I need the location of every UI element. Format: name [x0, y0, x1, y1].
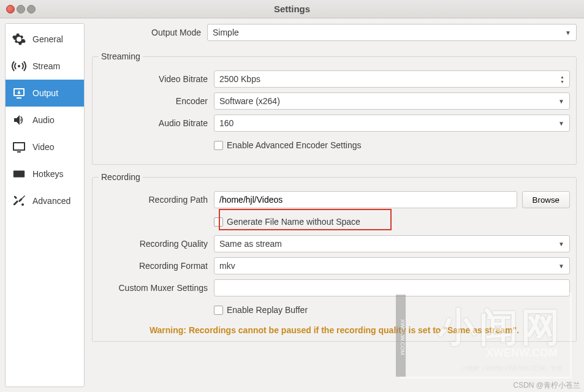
broadcast-icon [10, 59, 28, 74]
keyboard-icon [10, 167, 28, 181]
monitor-arrow-icon [10, 86, 28, 100]
monitor-icon [10, 140, 28, 154]
recording-format-label: Recording Format [99, 261, 214, 271]
csdn-watermark: CSDN @青柠小苍兰 [513, 380, 580, 391]
sidebar-item-video[interactable]: Video [6, 134, 84, 160]
chevron-down-icon: ▼ [558, 98, 564, 105]
streaming-group: Streaming Video Bitrate 2500 Kbps ▲▼ Enc… [92, 51, 577, 165]
muxer-input[interactable] [214, 279, 570, 296]
spinner-icon[interactable]: ▲▼ [560, 75, 564, 84]
recording-quality-label: Recording Quality [99, 239, 214, 249]
chevron-down-icon: ▼ [558, 263, 564, 270]
tools-icon [10, 194, 28, 208]
recording-legend: Recording [99, 172, 143, 182]
recording-group: Recording Recording Path Browse Generate… [92, 172, 577, 342]
chevron-down-icon: ▼ [558, 241, 564, 247]
titlebar: Settings [0, 0, 584, 18]
no-space-checkbox[interactable]: Generate File Name without Space [214, 217, 360, 227]
gear-icon [10, 32, 28, 47]
recording-path-input[interactable] [214, 191, 517, 208]
browse-button[interactable]: Browse [522, 191, 570, 208]
sidebar-item-label: Stream [32, 61, 60, 71]
encoder-select[interactable]: Software (x264) ▼ [214, 92, 570, 110]
enable-advanced-checkbox[interactable]: Enable Advanced Encoder Settings [214, 140, 362, 150]
replay-buffer-checkbox[interactable]: Enable Replay Buffer [214, 305, 308, 315]
sidebar-item-label: Video [32, 142, 55, 152]
chevron-down-icon: ▼ [565, 29, 571, 36]
sidebar-item-label: Hotkeys [32, 169, 64, 179]
checkbox-icon [214, 141, 223, 150]
sidebar-item-label: Advanced [32, 196, 70, 206]
sidebar-item-label: Output [32, 88, 58, 98]
chevron-down-icon: ▼ [558, 120, 564, 127]
video-bitrate-label: Video Bitrate [99, 74, 214, 84]
output-mode-label: Output Mode [92, 28, 207, 37]
sidebar-item-general[interactable]: General [6, 26, 84, 53]
output-panel: Output Mode Simple ▼ Streaming Video Bit… [89, 23, 579, 387]
audio-bitrate-label: Audio Bitrate [99, 118, 214, 128]
recording-quality-select[interactable]: Same as stream ▼ [214, 235, 570, 252]
sidebar-item-stream[interactable]: Stream [6, 53, 84, 80]
sidebar-item-advanced[interactable]: Advanced [6, 187, 84, 214]
streaming-legend: Streaming [99, 51, 143, 61]
checkbox-icon [214, 306, 223, 315]
output-mode-select[interactable]: Simple ▼ [207, 24, 577, 41]
encoder-label: Encoder [99, 96, 214, 106]
video-bitrate-input[interactable]: 2500 Kbps ▲▼ [214, 70, 570, 88]
recording-path-label: Recording Path [99, 195, 214, 205]
sidebar-item-output[interactable]: Output [6, 80, 84, 107]
speaker-icon [10, 113, 28, 127]
sidebar-item-audio[interactable]: Audio [6, 107, 84, 134]
sidebar-item-label: General [32, 34, 63, 44]
muxer-label: Custom Muxer Settings [99, 283, 214, 293]
sidebar-item-hotkeys[interactable]: Hotkeys [6, 160, 84, 187]
checkbox-icon [214, 217, 223, 227]
window-title: Settings [0, 4, 584, 14]
recording-warning: Warning: Recordings cannot be paused if … [99, 325, 570, 335]
audio-bitrate-select[interactable]: 160 ▼ [214, 115, 570, 132]
sidebar-item-label: Audio [32, 115, 55, 125]
recording-format-select[interactable]: mkv ▼ [214, 257, 570, 274]
settings-sidebar: General Stream Output Audio Video [5, 23, 85, 387]
